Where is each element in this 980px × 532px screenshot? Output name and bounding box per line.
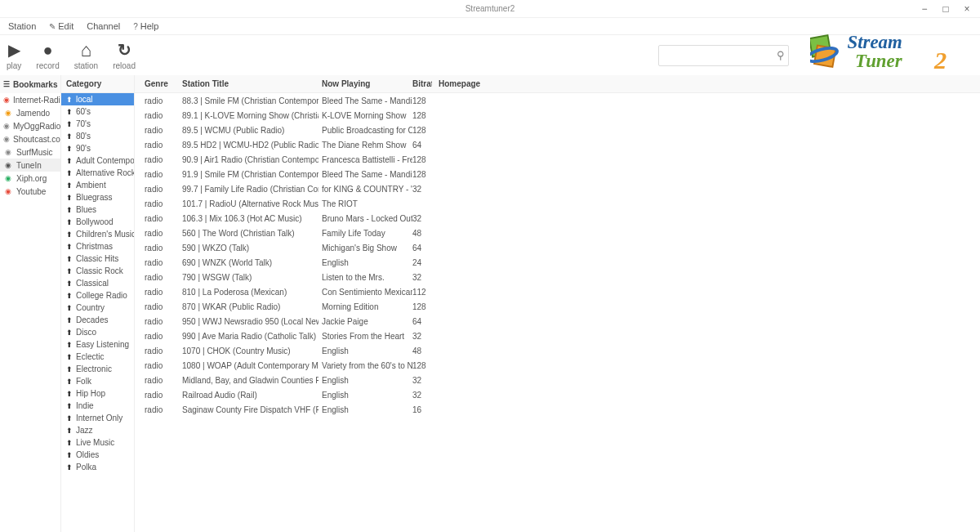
table-row[interactable]: radioRailroad Audio (Rail)English32 <box>135 387 980 402</box>
cell-title: 790 | WSGW (Talk) <box>176 273 318 282</box>
category-item[interactable]: ⬆Classical <box>61 277 134 289</box>
table-row[interactable]: radio89.5 HD2 | WCMU-HD2 (Public Radio)T… <box>135 137 980 152</box>
category-item[interactable]: ⬆Adult Contemporary <box>61 154 134 167</box>
table-row[interactable]: radio91.9 | Smile FM (Christian Contempo… <box>135 167 980 181</box>
menu-station[interactable]: Station <box>5 20 39 33</box>
category-item[interactable]: ⬆Classic Hits <box>61 253 134 265</box>
table-row[interactable]: radio690 | WNZK (World Talk)English24 <box>135 255 980 270</box>
category-item[interactable]: ⬆Live Music <box>61 436 134 449</box>
channel-icon: ◉ <box>3 173 13 183</box>
category-item[interactable]: ⬆Children's Music <box>61 228 134 240</box>
table-row[interactable]: radioMidland, Bay, and Gladwin Counties … <box>135 373 980 387</box>
category-item[interactable]: ⬆90's <box>61 142 134 154</box>
search-input[interactable] <box>662 51 777 60</box>
record-button[interactable]: ● record <box>36 40 59 70</box>
menu-channel[interactable]: Channel <box>83 20 123 33</box>
table-row[interactable]: radio560 | The Word (Christian Talk)Fami… <box>135 226 980 240</box>
category-item[interactable]: ⬆Blues <box>61 203 134 216</box>
channel-label: Jamendo <box>16 109 50 118</box>
menu-edit[interactable]: ✎Edit <box>46 20 77 33</box>
close-icon[interactable]: × <box>957 2 977 16</box>
table-row[interactable]: radio990 | Ave Maria Radio (Catholic Tal… <box>135 329 980 343</box>
channel-item[interactable]: ◉TuneIn <box>0 159 60 172</box>
col-nowplaying-header[interactable]: Now Playing <box>318 79 412 88</box>
category-item[interactable]: ⬆Christmas <box>61 240 134 253</box>
channel-item[interactable]: ◉Jamendo <box>0 106 60 119</box>
search-box[interactable]: ⚲ <box>658 45 789 66</box>
category-item[interactable]: ⬆Polka <box>61 461 134 473</box>
table-row[interactable]: radio89.1 | K-LOVE Morning Show (Christi… <box>135 108 980 123</box>
category-item[interactable]: ⬆Jazz <box>61 424 134 436</box>
category-item[interactable]: ⬆Eclectic <box>61 351 134 363</box>
category-item[interactable]: ⬆80's <box>61 130 134 142</box>
table-row[interactable]: radio1080 | WOAP (Adult Contemporary Mus… <box>135 358 980 373</box>
category-item[interactable]: ⬆Ambient <box>61 179 134 191</box>
cell-bitrate: 128 <box>412 361 432 370</box>
station-button[interactable]: ⌂ station <box>74 40 98 70</box>
category-item[interactable]: ⬆Alternative Rock <box>61 167 134 179</box>
channel-item[interactable]: ◉MyOggRadio <box>0 119 60 132</box>
table-row[interactable]: radio89.5 | WCMU (Public Radio)Public Br… <box>135 123 980 137</box>
menu-help[interactable]: ?Help <box>130 20 162 33</box>
category-item[interactable]: ⬆Electronic <box>61 363 134 375</box>
col-genre-header[interactable]: Genre <box>135 79 176 88</box>
category-item[interactable]: ⬆60's <box>61 105 134 118</box>
category-item[interactable]: ⬆Easy Listening <box>61 338 134 351</box>
table-row[interactable]: radioSaginaw County Fire Dispatch VHF (F… <box>135 402 980 417</box>
record-icon: ● <box>42 40 52 60</box>
cell-genre: radio <box>135 229 176 238</box>
categories-sidebar[interactable]: Category ⬆local⬆60's⬆70's⬆80's⬆90's⬆Adul… <box>61 75 135 532</box>
channel-item[interactable]: ◉Xiph.org <box>0 172 60 185</box>
table-row[interactable]: radio590 | WKZO (Talk)Michigan's Big Sho… <box>135 240 980 255</box>
category-item[interactable]: ⬆Internet Only <box>61 412 134 424</box>
minimize-icon[interactable]: − <box>915 2 934 16</box>
cell-nowplaying: English <box>318 346 412 355</box>
table-row[interactable]: radio99.7 | Family Life Radio (Christian… <box>135 181 980 196</box>
window-controls: − □ × <box>915 2 977 16</box>
category-item[interactable]: ⬆Decades <box>61 314 134 326</box>
category-item[interactable]: ⬆Indie <box>61 400 134 412</box>
col-bitrate-header[interactable]: Bitrate <box>412 79 432 88</box>
channel-item[interactable]: ◉Youtube <box>0 185 60 198</box>
stations-table[interactable]: Genre Station Title Now Playing Bitrate … <box>135 75 980 532</box>
category-label: Adult Contemporary <box>76 156 134 165</box>
category-item[interactable]: ⬆Oldies <box>61 449 134 461</box>
table-row[interactable]: radio1070 | CHOK (Country Music)English4… <box>135 343 980 358</box>
col-homepage-header[interactable]: Homepage <box>432 79 980 88</box>
cell-title: 88.3 | Smile FM (Christian Contemporary) <box>176 96 318 105</box>
play-button[interactable]: ▶ play <box>7 40 21 70</box>
maximize-icon[interactable]: □ <box>936 2 956 16</box>
channel-item[interactable]: ◉Internet-Radio <box>0 93 60 106</box>
channel-item[interactable]: ◉Shoutcast.com <box>0 132 60 145</box>
table-row[interactable]: radio790 | WSGW (Talk)Listen to the Mrs.… <box>135 270 980 284</box>
table-row[interactable]: radio101.7 | RadioU (Alternative Rock Mu… <box>135 196 980 211</box>
search-icon[interactable]: ⚲ <box>777 49 785 61</box>
channels-header[interactable]: ☰ Bookmarks <box>0 75 60 93</box>
category-item[interactable]: ⬆70's <box>61 118 134 130</box>
category-item[interactable]: ⬆Bollywood <box>61 216 134 228</box>
reload-button[interactable]: ↻ reload <box>113 40 136 70</box>
channel-item[interactable]: ◉SurfMusic <box>0 145 60 159</box>
table-row[interactable]: radio950 | WWJ Newsradio 950 (Local News… <box>135 314 980 329</box>
table-row[interactable]: radio810 | La Poderosa (Mexican)Con Sent… <box>135 284 980 299</box>
play-icon: ▶ <box>8 40 20 60</box>
category-item[interactable]: ⬆Classic Rock <box>61 265 134 277</box>
table-row[interactable]: radio90.9 | Air1 Radio (Christian Contem… <box>135 152 980 167</box>
category-label: Disco <box>76 328 96 337</box>
category-item[interactable]: ⬆Hip Hop <box>61 387 134 400</box>
category-item[interactable]: ⬆Country <box>61 302 134 314</box>
category-item[interactable]: ⬆Disco <box>61 326 134 338</box>
table-row[interactable]: radio106.3 | Mix 106.3 (Hot AC Music)Bru… <box>135 211 980 226</box>
category-header[interactable]: Category <box>61 75 134 93</box>
channel-label: SurfMusic <box>16 148 52 157</box>
category-item[interactable]: ⬆College Radio <box>61 289 134 302</box>
table-row[interactable]: radio870 | WKAR (Public Radio)Morning Ed… <box>135 299 980 314</box>
category-arrow-icon: ⬆ <box>66 316 73 324</box>
category-arrow-icon: ⬆ <box>66 390 73 398</box>
category-item[interactable]: ⬆local <box>61 93 134 105</box>
table-row[interactable]: radio88.3 | Smile FM (Christian Contempo… <box>135 93 980 108</box>
window-title: Streamtuner2 <box>466 4 515 13</box>
category-item[interactable]: ⬆Bluegrass <box>61 191 134 203</box>
category-item[interactable]: ⬆Folk <box>61 375 134 387</box>
col-title-header[interactable]: Station Title <box>176 79 318 88</box>
